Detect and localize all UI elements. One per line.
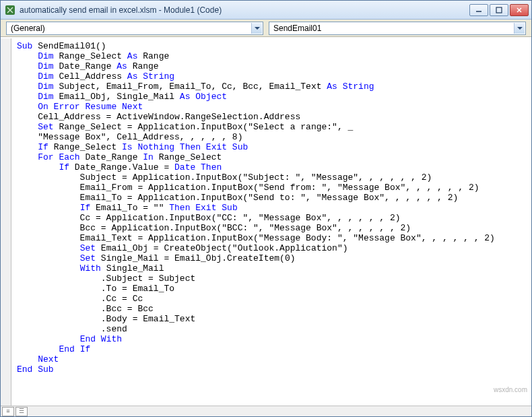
app-icon (5, 5, 15, 15)
keyword-token: If (38, 142, 48, 152)
keyword-token: As String (127, 71, 174, 82)
keyword-token: With (80, 263, 101, 274)
keyword-token: Dim (38, 71, 53, 82)
keyword-token: End Sub (17, 364, 54, 375)
code-editor[interactable]: Sub SendEmail01() Dim Range_Select As Ra… (11, 38, 531, 406)
procedure-view-button[interactable]: ≡ (2, 407, 14, 416)
window-title: automatically send email in excel.xlsm -… (20, 5, 469, 15)
keyword-token: Dim (38, 82, 53, 92)
full-module-view-button[interactable]: ☰ (15, 407, 28, 416)
keyword-token: In (143, 152, 154, 162)
svg-rect-2 (496, 7, 502, 13)
object-dropdown-value: (General) (11, 24, 45, 33)
chevron-down-icon (514, 23, 525, 34)
keyword-token: Set (80, 243, 96, 253)
keyword-token: As Object (180, 92, 227, 102)
keyword-token: Dim (38, 92, 53, 102)
vba-editor-window: automatically send email in excel.xlsm -… (0, 0, 532, 417)
keyword-token: As (117, 61, 127, 71)
keyword-token: Then Exit Sub (169, 203, 237, 213)
keyword-token: As String (327, 82, 374, 92)
object-dropdown[interactable]: (General) (6, 22, 263, 35)
keyword-token: Is Nothing Then Exit Sub (122, 142, 248, 152)
keyword-token: Dim (38, 51, 53, 61)
watermark: wsxdn.com (494, 386, 527, 393)
close-button[interactable] (510, 4, 529, 16)
keyword-token: End If (59, 344, 90, 354)
keyword-token: On Error Resume Next (38, 102, 143, 112)
chevron-down-icon (251, 23, 262, 34)
keyword-token: Next (38, 354, 59, 364)
object-proc-bar: (General) SendEmail01 (1, 20, 531, 37)
keyword-token: If (80, 203, 91, 213)
procedure-dropdown[interactable]: SendEmail01 (269, 22, 526, 35)
keyword-token: End With (80, 334, 122, 344)
titlebar[interactable]: automatically send email in excel.xlsm -… (1, 1, 531, 20)
keyword-token: For Each (38, 152, 79, 162)
window-controls (469, 4, 529, 16)
keyword-token: Set (38, 122, 53, 132)
keyword-token: As (127, 51, 138, 61)
code-area: Sub SendEmail01() Dim Range_Select As Ra… (1, 37, 531, 406)
minimize-button[interactable] (469, 4, 488, 16)
keyword-token: Sub (17, 41, 32, 51)
keyword-token: If (59, 162, 69, 172)
keyword-token: Dim (38, 61, 53, 71)
keyword-token: Set (80, 253, 96, 263)
keyword-token: Date Then (174, 162, 222, 172)
view-toggle-bar: ≡ ☰ (1, 406, 531, 416)
procedure-dropdown-value: SendEmail01 (273, 24, 321, 33)
maximize-button[interactable] (490, 4, 508, 16)
margin-indicator (1, 38, 11, 406)
